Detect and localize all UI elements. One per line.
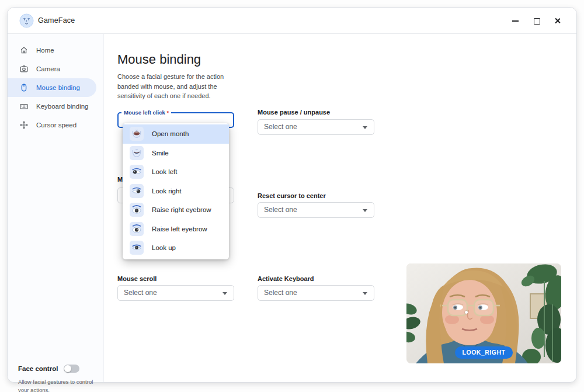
raise-left-eyebrow-icon <box>130 222 144 236</box>
mouse-icon <box>19 83 29 92</box>
mouse-pause-select[interactable]: Select one <box>258 119 374 135</box>
app-window: GameFace Home Camera <box>7 7 577 383</box>
sidebar-item-camera[interactable]: Camera <box>8 60 96 78</box>
mouse-scroll-select[interactable]: Select one <box>117 285 234 301</box>
menu-item-look-up[interactable]: Look up <box>123 238 229 258</box>
activate-keyboard-select[interactable]: Select one <box>258 285 374 301</box>
mouse-left-click-label: Mouse left click * <box>121 109 171 116</box>
sidebar-item-mouse-binding[interactable]: Mouse binding <box>8 78 96 97</box>
sidebar-item-label: Camera <box>36 65 60 72</box>
open-mouth-icon <box>130 127 144 141</box>
face-control-toggle[interactable] <box>64 365 79 373</box>
menu-item-look-left[interactable]: Look left <box>123 162 229 182</box>
minimize-button[interactable] <box>512 17 519 25</box>
smile-icon <box>130 146 144 160</box>
required-asterisk: * <box>166 109 169 116</box>
menu-item-label: Smile <box>152 150 169 157</box>
face-tracking-dot <box>465 311 468 314</box>
camera-preview: LOOK_RIGHT <box>406 263 561 363</box>
menu-item-raise-left-eyebrow[interactable]: Raise left eyebrow <box>123 220 229 239</box>
sidebar-item-label: Cursor speed <box>36 122 77 129</box>
look-up-icon <box>130 241 144 255</box>
look-right-icon <box>130 184 144 198</box>
keyboard-icon <box>19 102 29 111</box>
menu-item-label: Raise right eyebrow <box>152 206 211 213</box>
menu-item-open-mouth[interactable]: Open month <box>123 124 229 144</box>
menu-item-raise-right-eyebrow[interactable]: Raise right eyebrow <box>123 200 229 220</box>
gameface-logo-icon <box>19 13 34 28</box>
face-control-label: Face control <box>18 365 58 372</box>
chevron-down-icon <box>223 292 227 295</box>
face-control-section: Face control Allow facial gestures to co… <box>18 365 97 392</box>
reset-cursor-select[interactable]: Select one <box>258 202 374 218</box>
look-left-icon <box>130 165 144 179</box>
sidebar-item-label: Keyboard binding <box>36 103 89 110</box>
raise-right-eyebrow-icon <box>130 203 144 217</box>
close-button[interactable] <box>554 17 561 25</box>
face-control-description: Allow facial gestures to control your ac… <box>18 378 97 392</box>
menu-item-label: Raise left eyebrow <box>152 226 207 233</box>
menu-item-smile[interactable]: Smile <box>123 144 229 163</box>
gesture-status-badge: LOOK_RIGHT <box>455 346 513 359</box>
cursor-speed-icon <box>19 120 29 130</box>
menu-item-label: Look left <box>152 168 177 175</box>
chevron-down-icon <box>363 126 367 129</box>
activate-keyboard-label: Activate Keyboard <box>258 275 314 282</box>
sidebar-item-label: Home <box>36 47 54 54</box>
menu-item-label: Look up <box>152 244 176 251</box>
mouse-scroll-label: Mouse scroll <box>117 275 157 282</box>
sidebar-item-label: Mouse binding <box>36 84 80 91</box>
reset-cursor-label: Reset cursor to center <box>258 192 326 199</box>
sidebar-item-home[interactable]: Home <box>8 41 96 60</box>
sidebar-item-keyboard-binding[interactable]: Keyboard binding <box>8 97 96 116</box>
menu-item-label: Look right <box>152 188 182 195</box>
title-bar: GameFace <box>8 8 576 34</box>
app-title: GameFace <box>38 8 75 34</box>
home-icon <box>19 46 29 55</box>
camera-icon <box>19 64 29 74</box>
sidebar-item-cursor-speed[interactable]: Cursor speed <box>8 116 96 134</box>
gesture-dropdown-menu: Open month Smile <box>123 123 229 259</box>
mouse-pause-label: Mouse pause / unpause <box>258 109 330 116</box>
menu-item-label: Open month <box>152 130 189 137</box>
menu-item-look-right[interactable]: Look right <box>123 182 229 201</box>
sidebar: Home Camera Mouse binding <box>8 34 104 382</box>
chevron-down-icon <box>363 292 367 295</box>
chevron-down-icon <box>363 209 367 212</box>
page-description: Choose a facial gesture for the action b… <box>117 72 244 101</box>
maximize-button[interactable] <box>533 17 540 25</box>
page-title: Mouse binding <box>117 52 201 67</box>
